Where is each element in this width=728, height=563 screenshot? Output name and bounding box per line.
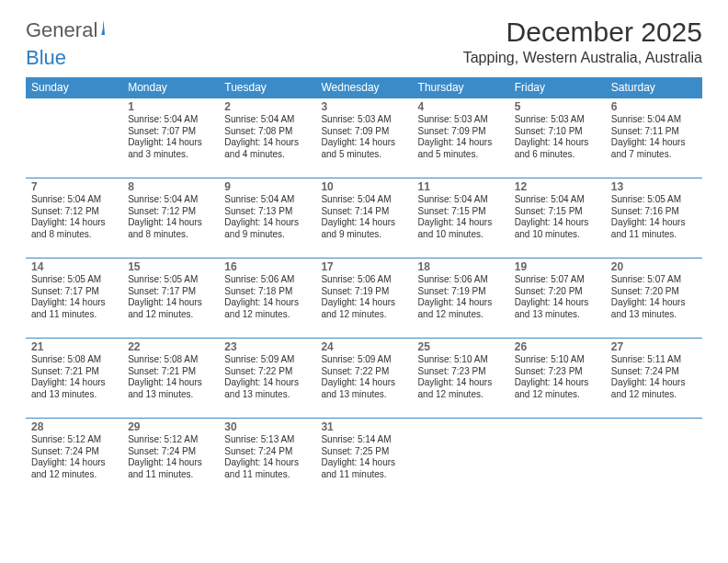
day-info: Sunrise: 5:12 AMSunset: 7:24 PMDaylight:…: [128, 434, 213, 480]
brand-part2: Blue: [26, 46, 66, 69]
day-info: Sunrise: 5:12 AMSunset: 7:24 PMDaylight:…: [31, 434, 117, 480]
day-info: Sunrise: 5:04 AMSunset: 7:13 PMDaylight:…: [224, 194, 310, 240]
day-info: Sunrise: 5:05 AMSunset: 7:17 PMDaylight:…: [128, 274, 213, 320]
day-number: 14: [31, 260, 117, 273]
calendar-cell: 12Sunrise: 5:04 AMSunset: 7:15 PMDayligh…: [509, 178, 606, 259]
day-number: 23: [224, 340, 310, 353]
brand-logo: General: [26, 17, 123, 40]
calendar-cell: 29Sunrise: 5:12 AMSunset: 7:24 PMDayligh…: [122, 419, 219, 499]
weekday-header: Thursday: [413, 77, 509, 98]
calendar-cell: 10Sunrise: 5:04 AMSunset: 7:14 PMDayligh…: [315, 178, 412, 259]
day-number: 31: [321, 420, 406, 433]
calendar-cell: 13Sunrise: 5:05 AMSunset: 7:16 PMDayligh…: [606, 178, 702, 259]
calendar-cell: 8Sunrise: 5:04 AMSunset: 7:12 PMDaylight…: [122, 178, 219, 259]
day-info: Sunrise: 5:13 AMSunset: 7:24 PMDaylight:…: [224, 434, 310, 480]
day-info: Sunrise: 5:04 AMSunset: 7:07 PMDaylight:…: [128, 114, 213, 160]
calendar-cell: 18Sunrise: 5:06 AMSunset: 7:19 PMDayligh…: [413, 259, 509, 339]
calendar-cell: 9Sunrise: 5:04 AMSunset: 7:13 PMDaylight…: [219, 178, 315, 259]
calendar-cell: 7Sunrise: 5:04 AMSunset: 7:12 PMDaylight…: [26, 178, 122, 259]
day-number: 25: [418, 340, 504, 353]
day-number: 26: [515, 340, 600, 353]
day-number: 18: [418, 260, 504, 273]
day-info: Sunrise: 5:08 AMSunset: 7:21 PMDaylight:…: [128, 354, 213, 400]
day-info: Sunrise: 5:14 AMSunset: 7:25 PMDaylight:…: [321, 434, 406, 480]
day-number: 28: [31, 420, 117, 433]
day-number: 17: [321, 260, 406, 273]
weekday-header: Monday: [122, 77, 219, 98]
day-number: 12: [515, 180, 600, 193]
day-info: Sunrise: 5:04 AMSunset: 7:11 PMDaylight:…: [611, 114, 697, 160]
calendar-week-row: 21Sunrise: 5:08 AMSunset: 7:21 PMDayligh…: [26, 339, 702, 419]
day-number: 30: [224, 420, 310, 433]
day-number: 15: [128, 260, 213, 273]
day-info: Sunrise: 5:06 AMSunset: 7:19 PMDaylight:…: [321, 274, 406, 320]
location-text: Tapping, Western Australia, Australia: [463, 50, 702, 66]
calendar-cell: 16Sunrise: 5:06 AMSunset: 7:18 PMDayligh…: [219, 259, 315, 339]
day-info: Sunrise: 5:10 AMSunset: 7:23 PMDaylight:…: [515, 354, 600, 400]
day-info: Sunrise: 5:04 AMSunset: 7:12 PMDaylight:…: [128, 194, 213, 240]
day-number: 13: [611, 180, 697, 193]
weekday-header-row: SundayMondayTuesdayWednesdayThursdayFrid…: [26, 77, 702, 98]
day-number: 5: [515, 100, 600, 113]
day-number: 24: [321, 340, 406, 353]
brand-part1: General: [26, 20, 97, 40]
calendar-cell: 3Sunrise: 5:03 AMSunset: 7:09 PMDaylight…: [315, 98, 412, 178]
day-number: 16: [224, 260, 310, 273]
calendar-cell: 24Sunrise: 5:09 AMSunset: 7:22 PMDayligh…: [315, 339, 412, 419]
day-info: Sunrise: 5:03 AMSunset: 7:09 PMDaylight:…: [418, 114, 504, 160]
day-info: Sunrise: 5:03 AMSunset: 7:09 PMDaylight:…: [321, 114, 406, 160]
calendar-cell: [606, 419, 702, 499]
calendar-cell: 2Sunrise: 5:04 AMSunset: 7:08 PMDaylight…: [219, 98, 315, 178]
calendar-cell: 5Sunrise: 5:03 AMSunset: 7:10 PMDaylight…: [509, 98, 606, 178]
calendar-week-row: 28Sunrise: 5:12 AMSunset: 7:24 PMDayligh…: [26, 419, 702, 499]
day-info: Sunrise: 5:09 AMSunset: 7:22 PMDaylight:…: [224, 354, 310, 400]
day-info: Sunrise: 5:07 AMSunset: 7:20 PMDaylight:…: [515, 274, 600, 320]
calendar-cell: 14Sunrise: 5:05 AMSunset: 7:17 PMDayligh…: [26, 259, 122, 339]
day-number: 11: [418, 180, 504, 193]
day-number: 29: [128, 420, 213, 433]
day-info: Sunrise: 5:04 AMSunset: 7:14 PMDaylight:…: [321, 194, 406, 240]
day-info: Sunrise: 5:10 AMSunset: 7:23 PMDaylight:…: [418, 354, 504, 400]
day-number: 21: [31, 340, 117, 353]
calendar-cell: 20Sunrise: 5:07 AMSunset: 7:20 PMDayligh…: [606, 259, 702, 339]
day-info: Sunrise: 5:06 AMSunset: 7:19 PMDaylight:…: [418, 274, 504, 320]
calendar-table: SundayMondayTuesdayWednesdayThursdayFrid…: [26, 77, 702, 498]
calendar-cell: 1Sunrise: 5:04 AMSunset: 7:07 PMDaylight…: [122, 98, 219, 178]
day-number: 8: [128, 180, 213, 193]
calendar-cell: 19Sunrise: 5:07 AMSunset: 7:20 PMDayligh…: [509, 259, 606, 339]
calendar-cell: 6Sunrise: 5:04 AMSunset: 7:11 PMDaylight…: [606, 98, 702, 178]
calendar-cell: 30Sunrise: 5:13 AMSunset: 7:24 PMDayligh…: [219, 419, 315, 499]
day-info: Sunrise: 5:07 AMSunset: 7:20 PMDaylight:…: [611, 274, 697, 320]
calendar-cell: 21Sunrise: 5:08 AMSunset: 7:21 PMDayligh…: [26, 339, 122, 419]
weekday-header: Saturday: [606, 77, 702, 98]
weekday-header: Friday: [509, 77, 606, 98]
calendar-cell: 26Sunrise: 5:10 AMSunset: 7:23 PMDayligh…: [509, 339, 606, 419]
day-info: Sunrise: 5:05 AMSunset: 7:16 PMDaylight:…: [611, 194, 697, 240]
day-info: Sunrise: 5:04 AMSunset: 7:15 PMDaylight:…: [418, 194, 504, 240]
day-number: 6: [611, 100, 697, 113]
calendar-cell: 23Sunrise: 5:09 AMSunset: 7:22 PMDayligh…: [219, 339, 315, 419]
day-number: 19: [515, 260, 600, 273]
calendar-cell: 31Sunrise: 5:14 AMSunset: 7:25 PMDayligh…: [315, 419, 412, 499]
sail-icon: [101, 20, 105, 35]
calendar-cell: 25Sunrise: 5:10 AMSunset: 7:23 PMDayligh…: [413, 339, 509, 419]
calendar-body: 1Sunrise: 5:04 AMSunset: 7:07 PMDaylight…: [26, 98, 702, 499]
weekday-header: Wednesday: [315, 77, 412, 98]
calendar-cell: 28Sunrise: 5:12 AMSunset: 7:24 PMDayligh…: [26, 419, 122, 499]
day-number: 22: [128, 340, 213, 353]
day-number: 3: [321, 100, 406, 113]
calendar-week-row: 7Sunrise: 5:04 AMSunset: 7:12 PMDaylight…: [26, 178, 702, 259]
day-number: 1: [128, 100, 213, 113]
day-info: Sunrise: 5:11 AMSunset: 7:24 PMDaylight:…: [611, 354, 697, 400]
day-info: Sunrise: 5:08 AMSunset: 7:21 PMDaylight:…: [31, 354, 117, 400]
calendar-cell: [509, 419, 606, 499]
weekday-header: Tuesday: [219, 77, 315, 98]
calendar-cell: 4Sunrise: 5:03 AMSunset: 7:09 PMDaylight…: [413, 98, 509, 178]
calendar-cell: 22Sunrise: 5:08 AMSunset: 7:21 PMDayligh…: [122, 339, 219, 419]
day-number: 7: [31, 180, 117, 193]
day-number: 4: [418, 100, 504, 113]
day-number: 10: [321, 180, 406, 193]
day-info: Sunrise: 5:06 AMSunset: 7:18 PMDaylight:…: [224, 274, 310, 320]
calendar-week-row: 1Sunrise: 5:04 AMSunset: 7:07 PMDaylight…: [26, 98, 702, 178]
calendar-cell: 27Sunrise: 5:11 AMSunset: 7:24 PMDayligh…: [606, 339, 702, 419]
